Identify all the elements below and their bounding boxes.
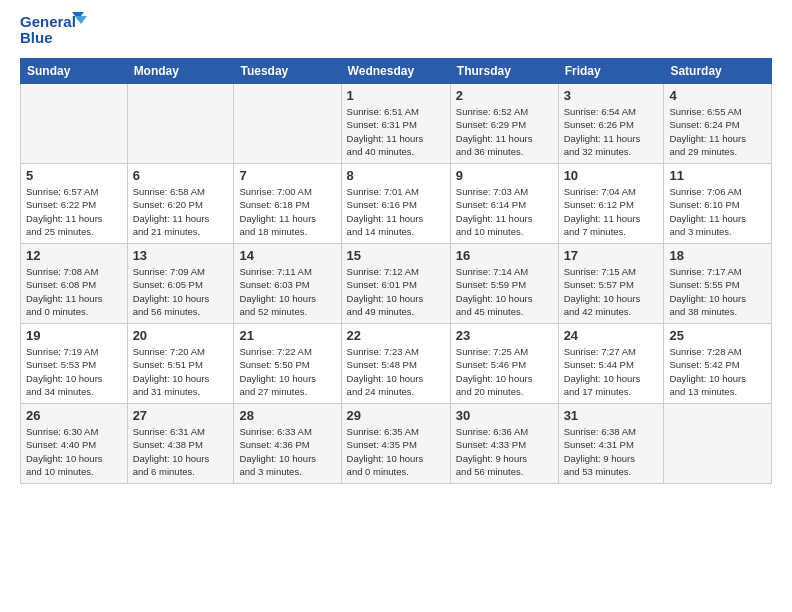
svg-text:Blue: Blue [20,29,53,46]
day-info: Sunrise: 7:19 AM Sunset: 5:53 PM Dayligh… [26,345,122,398]
calendar-cell: 12Sunrise: 7:08 AM Sunset: 6:08 PM Dayli… [21,244,128,324]
calendar-cell: 29Sunrise: 6:35 AM Sunset: 4:35 PM Dayli… [341,404,450,484]
calendar-cell: 23Sunrise: 7:25 AM Sunset: 5:46 PM Dayli… [450,324,558,404]
day-info: Sunrise: 7:00 AM Sunset: 6:18 PM Dayligh… [239,185,335,238]
day-number: 11 [669,168,766,183]
weekday-header-sunday: Sunday [21,59,128,84]
day-info: Sunrise: 7:04 AM Sunset: 6:12 PM Dayligh… [564,185,659,238]
day-info: Sunrise: 7:01 AM Sunset: 6:16 PM Dayligh… [347,185,445,238]
calendar-cell: 24Sunrise: 7:27 AM Sunset: 5:44 PM Dayli… [558,324,664,404]
day-info: Sunrise: 7:22 AM Sunset: 5:50 PM Dayligh… [239,345,335,398]
day-number: 22 [347,328,445,343]
day-info: Sunrise: 7:28 AM Sunset: 5:42 PM Dayligh… [669,345,766,398]
day-number: 7 [239,168,335,183]
calendar-cell: 25Sunrise: 7:28 AM Sunset: 5:42 PM Dayli… [664,324,772,404]
day-number: 6 [133,168,229,183]
calendar-cell: 22Sunrise: 7:23 AM Sunset: 5:48 PM Dayli… [341,324,450,404]
weekday-header-saturday: Saturday [664,59,772,84]
calendar-cell: 4Sunrise: 6:55 AM Sunset: 6:24 PM Daylig… [664,84,772,164]
calendar-cell: 17Sunrise: 7:15 AM Sunset: 5:57 PM Dayli… [558,244,664,324]
day-info: Sunrise: 6:57 AM Sunset: 6:22 PM Dayligh… [26,185,122,238]
day-number: 19 [26,328,122,343]
weekday-header-friday: Friday [558,59,664,84]
calendar-cell: 27Sunrise: 6:31 AM Sunset: 4:38 PM Dayli… [127,404,234,484]
day-info: Sunrise: 7:20 AM Sunset: 5:51 PM Dayligh… [133,345,229,398]
calendar-cell: 18Sunrise: 7:17 AM Sunset: 5:55 PM Dayli… [664,244,772,324]
week-row-5: 26Sunrise: 6:30 AM Sunset: 4:40 PM Dayli… [21,404,772,484]
calendar-cell: 21Sunrise: 7:22 AM Sunset: 5:50 PM Dayli… [234,324,341,404]
page-container: General Blue SundayMondayTuesdayWednesda… [0,0,792,494]
week-row-4: 19Sunrise: 7:19 AM Sunset: 5:53 PM Dayli… [21,324,772,404]
day-info: Sunrise: 7:11 AM Sunset: 6:03 PM Dayligh… [239,265,335,318]
day-info: Sunrise: 6:55 AM Sunset: 6:24 PM Dayligh… [669,105,766,158]
day-info: Sunrise: 6:58 AM Sunset: 6:20 PM Dayligh… [133,185,229,238]
day-number: 27 [133,408,229,423]
day-number: 23 [456,328,553,343]
weekday-header-tuesday: Tuesday [234,59,341,84]
day-info: Sunrise: 6:30 AM Sunset: 4:40 PM Dayligh… [26,425,122,478]
day-number: 5 [26,168,122,183]
day-number: 16 [456,248,553,263]
day-number: 25 [669,328,766,343]
day-info: Sunrise: 7:03 AM Sunset: 6:14 PM Dayligh… [456,185,553,238]
day-number: 4 [669,88,766,103]
calendar-cell [127,84,234,164]
svg-text:General: General [20,13,76,30]
weekday-header-monday: Monday [127,59,234,84]
calendar-cell [21,84,128,164]
calendar-cell: 14Sunrise: 7:11 AM Sunset: 6:03 PM Dayli… [234,244,341,324]
svg-marker-3 [75,16,87,24]
calendar-cell: 15Sunrise: 7:12 AM Sunset: 6:01 PM Dayli… [341,244,450,324]
weekday-header-thursday: Thursday [450,59,558,84]
calendar-cell: 9Sunrise: 7:03 AM Sunset: 6:14 PM Daylig… [450,164,558,244]
day-number: 24 [564,328,659,343]
calendar-cell: 16Sunrise: 7:14 AM Sunset: 5:59 PM Dayli… [450,244,558,324]
calendar-cell: 30Sunrise: 6:36 AM Sunset: 4:33 PM Dayli… [450,404,558,484]
day-number: 10 [564,168,659,183]
day-info: Sunrise: 6:31 AM Sunset: 4:38 PM Dayligh… [133,425,229,478]
day-info: Sunrise: 6:54 AM Sunset: 6:26 PM Dayligh… [564,105,659,158]
calendar-cell: 28Sunrise: 6:33 AM Sunset: 4:36 PM Dayli… [234,404,341,484]
calendar-cell: 11Sunrise: 7:06 AM Sunset: 6:10 PM Dayli… [664,164,772,244]
day-info: Sunrise: 7:25 AM Sunset: 5:46 PM Dayligh… [456,345,553,398]
day-number: 29 [347,408,445,423]
calendar-cell: 5Sunrise: 6:57 AM Sunset: 6:22 PM Daylig… [21,164,128,244]
day-number: 12 [26,248,122,263]
day-info: Sunrise: 6:51 AM Sunset: 6:31 PM Dayligh… [347,105,445,158]
calendar-table: SundayMondayTuesdayWednesdayThursdayFrid… [20,58,772,484]
calendar-cell: 8Sunrise: 7:01 AM Sunset: 6:16 PM Daylig… [341,164,450,244]
calendar-cell: 26Sunrise: 6:30 AM Sunset: 4:40 PM Dayli… [21,404,128,484]
day-info: Sunrise: 7:12 AM Sunset: 6:01 PM Dayligh… [347,265,445,318]
day-number: 1 [347,88,445,103]
day-info: Sunrise: 7:09 AM Sunset: 6:05 PM Dayligh… [133,265,229,318]
day-info: Sunrise: 6:35 AM Sunset: 4:35 PM Dayligh… [347,425,445,478]
day-info: Sunrise: 6:36 AM Sunset: 4:33 PM Dayligh… [456,425,553,478]
week-row-3: 12Sunrise: 7:08 AM Sunset: 6:08 PM Dayli… [21,244,772,324]
weekday-header-wednesday: Wednesday [341,59,450,84]
day-number: 14 [239,248,335,263]
day-info: Sunrise: 6:33 AM Sunset: 4:36 PM Dayligh… [239,425,335,478]
day-info: Sunrise: 6:38 AM Sunset: 4:31 PM Dayligh… [564,425,659,478]
calendar-cell: 1Sunrise: 6:51 AM Sunset: 6:31 PM Daylig… [341,84,450,164]
day-info: Sunrise: 7:15 AM Sunset: 5:57 PM Dayligh… [564,265,659,318]
header: General Blue [20,10,772,50]
day-number: 3 [564,88,659,103]
calendar-cell: 13Sunrise: 7:09 AM Sunset: 6:05 PM Dayli… [127,244,234,324]
calendar-cell: 10Sunrise: 7:04 AM Sunset: 6:12 PM Dayli… [558,164,664,244]
day-number: 20 [133,328,229,343]
logo: General Blue [20,10,90,50]
day-info: Sunrise: 7:17 AM Sunset: 5:55 PM Dayligh… [669,265,766,318]
day-info: Sunrise: 7:27 AM Sunset: 5:44 PM Dayligh… [564,345,659,398]
calendar-cell [664,404,772,484]
day-number: 28 [239,408,335,423]
calendar-cell: 6Sunrise: 6:58 AM Sunset: 6:20 PM Daylig… [127,164,234,244]
week-row-1: 1Sunrise: 6:51 AM Sunset: 6:31 PM Daylig… [21,84,772,164]
day-number: 8 [347,168,445,183]
day-info: Sunrise: 7:06 AM Sunset: 6:10 PM Dayligh… [669,185,766,238]
day-info: Sunrise: 7:08 AM Sunset: 6:08 PM Dayligh… [26,265,122,318]
logo-svg: General Blue [20,10,90,50]
day-number: 18 [669,248,766,263]
calendar-cell [234,84,341,164]
calendar-cell: 19Sunrise: 7:19 AM Sunset: 5:53 PM Dayli… [21,324,128,404]
day-number: 31 [564,408,659,423]
